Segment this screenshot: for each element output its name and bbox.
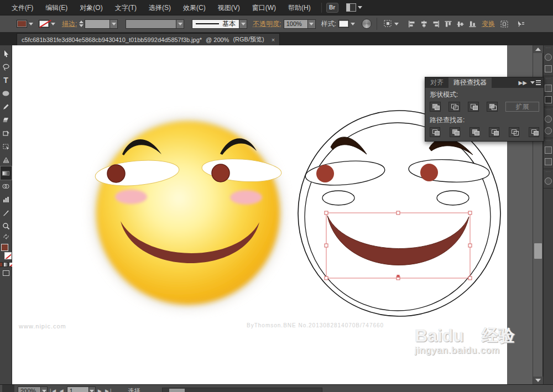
scroll-down-icon[interactable] — [533, 377, 543, 384]
shape-builder-tool[interactable] — [1, 180, 12, 193]
menu-type[interactable]: 文字(T) — [109, 0, 143, 15]
stroke-none-swatch[interactable] — [4, 252, 12, 259]
fill-stroke-indicator[interactable] — [1, 244, 12, 260]
menu-view[interactable]: 视图(V) — [212, 0, 246, 15]
stroke-weight-field[interactable] — [85, 19, 110, 29]
gradient-panel-icon[interactable] — [545, 127, 552, 134]
collapse-panel-icon[interactable]: ▶▶ — [519, 80, 527, 86]
scroll-up-icon[interactable] — [533, 45, 543, 53]
align-left-button[interactable] — [405, 18, 418, 29]
align-top-button[interactable] — [442, 18, 454, 29]
left-eyebrow-outline[interactable] — [331, 137, 367, 154]
panel-menu-icon[interactable] — [530, 80, 541, 85]
expand-button[interactable]: 扩展 — [505, 102, 539, 112]
chevron-down-icon[interactable] — [42, 390, 46, 392]
menu-edit[interactable]: 编辑(E) — [39, 0, 74, 15]
stroke-weight-stepper[interactable] — [79, 20, 84, 27]
exclude-button[interactable] — [487, 102, 498, 112]
ellipse-tool[interactable] — [1, 87, 12, 100]
unite-button[interactable] — [430, 102, 441, 112]
chevron-down-icon[interactable] — [112, 23, 116, 25]
stroke-panel-icon[interactable] — [545, 116, 552, 123]
layers-panel-icon[interactable] — [545, 158, 552, 165]
artboard-nav-next[interactable]: ▶ ▶| — [98, 388, 113, 392]
select-similar-icon[interactable] — [515, 18, 527, 29]
fill-color-control[interactable] — [17, 19, 34, 28]
style-swatch[interactable] — [338, 20, 349, 28]
crop-button[interactable] — [489, 127, 499, 137]
selection-tool[interactable] — [1, 47, 12, 60]
fill-color-swatch[interactable] — [17, 20, 27, 28]
color-button[interactable] — [0, 262, 3, 267]
right-pupil[interactable] — [212, 164, 229, 182]
symbols-panel-icon[interactable] — [545, 96, 552, 103]
right-pupil-outline[interactable] — [420, 164, 438, 181]
divide-button[interactable] — [430, 127, 440, 137]
chevron-down-icon[interactable] — [51, 23, 55, 25]
opacity-field[interactable]: 100% — [284, 19, 308, 29]
transform-label[interactable]: 变换 — [482, 19, 495, 29]
left-pupil-outline[interactable] — [316, 165, 334, 182]
stroke-color-control[interactable] — [39, 19, 56, 28]
right-cheek-outline[interactable] — [437, 191, 469, 205]
align-right-button[interactable] — [430, 18, 442, 29]
document-tab[interactable]: c5fc681b381fe3d804e5868cb9430410_t01bb59… — [17, 33, 280, 45]
opacity-label[interactable]: 不透明度: — [253, 19, 281, 29]
paintbrush-tool[interactable] — [1, 206, 12, 219]
menu-file[interactable]: 文件(F) — [6, 0, 39, 15]
type-tool[interactable]: T — [1, 74, 12, 87]
colored-smiley[interactable] — [94, 119, 282, 307]
align-v-center-button[interactable] — [454, 18, 466, 29]
gradient-tool[interactable] — [1, 166, 12, 180]
horizontal-scrollbar[interactable] — [162, 388, 322, 392]
align-bottom-button[interactable] — [466, 18, 478, 29]
minus-front-button[interactable] — [448, 102, 460, 112]
pencil-tool[interactable] — [1, 100, 12, 113]
vertical-scroll-thumb[interactable] — [534, 243, 542, 259]
zoom-tool[interactable] — [1, 219, 12, 233]
swatches-panel-icon[interactable] — [545, 65, 552, 72]
right-eye-outline[interactable] — [408, 158, 490, 184]
zoom-level-field[interactable]: 200% — [18, 386, 41, 392]
artboard-tool[interactable] — [1, 127, 12, 140]
graphic-style-dropdown[interactable] — [338, 19, 356, 28]
brush-definition-dropdown[interactable]: 基本 — [192, 19, 247, 29]
drawing-mode-button[interactable] — [3, 270, 9, 276]
artboard-nav-prev[interactable]: |◀ ◀ — [50, 388, 65, 392]
outline-button[interactable] — [509, 127, 519, 137]
left-pupil[interactable] — [107, 165, 125, 182]
free-transform-tool[interactable] — [1, 140, 12, 153]
brushes-panel-icon[interactable] — [545, 85, 552, 92]
perspective-grid-tool[interactable] — [1, 153, 12, 166]
menu-object[interactable]: 对象(O) — [74, 0, 108, 15]
navigator-panel-icon[interactable] — [545, 177, 552, 185]
close-tab-icon[interactable]: × — [272, 36, 275, 43]
center-anchor[interactable] — [397, 275, 400, 278]
minus-back-button[interactable] — [529, 127, 539, 137]
intersect-button[interactable] — [468, 102, 479, 112]
chevron-down-icon[interactable] — [309, 23, 314, 25]
color-panel-icon[interactable] — [545, 54, 552, 61]
tab-pathfinder[interactable]: 路径查找器 — [448, 77, 492, 88]
menu-window[interactable]: 窗口(W) — [246, 0, 282, 15]
trim-button[interactable] — [450, 127, 460, 137]
right-cheek[interactable] — [230, 190, 262, 205]
isolate-object-icon[interactable] — [498, 18, 510, 29]
tab-align[interactable]: 对齐 — [425, 77, 448, 88]
artboard-number-field[interactable]: 1 — [67, 386, 89, 392]
left-cheek[interactable] — [115, 190, 147, 204]
eraser-tool[interactable] — [1, 113, 12, 127]
menu-help[interactable]: 帮助(H) — [282, 0, 317, 15]
width-profile-dropdown[interactable] — [126, 19, 184, 29]
horizontal-scroll-thumb[interactable] — [169, 389, 185, 392]
inner-circle[interactable] — [305, 123, 491, 311]
merge-button[interactable] — [469, 127, 480, 137]
align-h-center-button[interactable] — [418, 18, 430, 29]
fill-swatch[interactable] — [1, 244, 8, 251]
column-graph-tool[interactable] — [1, 193, 12, 206]
chevron-down-icon[interactable] — [90, 390, 94, 392]
align-to-dropdown[interactable] — [382, 19, 399, 29]
workspace-layout-button[interactable] — [346, 3, 362, 12]
chevron-down-icon[interactable] — [29, 23, 33, 25]
stroke-weight-label[interactable]: 描边: — [62, 19, 77, 29]
